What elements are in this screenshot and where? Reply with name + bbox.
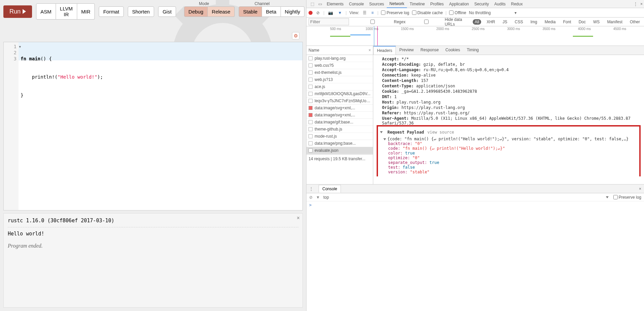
tab-console[interactable]: Console <box>346 0 367 8</box>
menu-icon[interactable]: ⋮ <box>634 2 638 6</box>
gist-button[interactable]: Gist <box>158 6 176 17</box>
tab-cookies[interactable]: Cookies <box>442 46 463 55</box>
tab-application[interactable]: Application <box>446 0 472 8</box>
nightly-button[interactable]: Nightly <box>281 6 305 17</box>
mir-button[interactable]: MIR <box>77 3 95 20</box>
output-text: Hello world! <box>8 231 298 237</box>
request-item[interactable]: web.js?13 <box>306 76 373 83</box>
request-payload: Request Payloadview source {code: "fn ma… <box>377 125 641 176</box>
filter-ws[interactable]: WS <box>591 19 602 25</box>
console-prompt[interactable]: > <box>306 201 644 209</box>
timeline-marker <box>377 26 378 46</box>
request-item[interactable]: play.rust-lang.org <box>306 55 373 62</box>
tab-redux[interactable]: Redux <box>508 0 525 8</box>
tab-profiles[interactable]: Profiles <box>428 0 446 8</box>
console-panel: ⋮ Console × ⊘ ▼ top Preserve log > <box>306 184 644 209</box>
tab-elements[interactable]: Elements <box>324 0 346 8</box>
request-item[interactable]: data:image/png;base... <box>306 140 373 147</box>
menu-icon[interactable]: ⋮ <box>306 187 316 191</box>
hide-data-urls-checkbox[interactable]: Hide data URLs <box>409 17 469 27</box>
request-item[interactable]: ext-themelist.js <box>306 69 373 76</box>
tab-timeline[interactable]: Timeline <box>407 0 428 8</box>
tab-sources[interactable]: Sources <box>367 0 387 8</box>
filter-img[interactable]: Img <box>528 19 539 25</box>
close-icon[interactable]: × <box>297 215 300 221</box>
settings-icon[interactable]: ⚙ <box>292 32 299 39</box>
view-list-icon[interactable]: ☰ <box>362 10 368 15</box>
chevron-down-icon[interactable] <box>383 138 386 140</box>
timeline-bar <box>330 36 350 37</box>
request-item[interactable]: web.css?5 <box>306 62 373 69</box>
tab-network[interactable]: Network <box>387 0 407 8</box>
stable-button[interactable]: Stable <box>239 6 262 17</box>
request-item[interactable]: theme-github.js <box>306 126 373 133</box>
request-list: Name× play.rust-lang.org web.css?5 ext-t… <box>306 46 373 184</box>
filter-xhr[interactable]: XHR <box>485 19 497 25</box>
asm-button[interactable]: ASM <box>36 3 56 20</box>
console-tab[interactable]: Console <box>319 185 341 193</box>
request-item[interactable]: mrl8jkM18OlOQN8JLgasD9V... <box>306 90 373 97</box>
close-icon[interactable]: × <box>369 48 371 53</box>
clear-icon[interactable]: ⊘ <box>309 195 313 200</box>
disable-cache-checkbox[interactable]: Disable cache <box>412 10 443 15</box>
record-icon[interactable] <box>309 11 313 15</box>
device-icon[interactable]: ▭ <box>318 2 322 6</box>
timeline[interactable]: 500 ms 1000 ms 1500 ms 2000 ms 2500 ms 3… <box>306 26 644 46</box>
filter-input[interactable] <box>309 18 349 25</box>
beta-button[interactable]: Beta <box>262 6 281 17</box>
throttle-select[interactable]: No throttling <box>469 10 491 15</box>
debug-button[interactable]: Debug <box>184 6 208 17</box>
preserve-log-checkbox[interactable]: Preserve log <box>381 10 409 15</box>
name-header: Name× <box>306 46 373 55</box>
format-button[interactable]: Format <box>99 6 124 17</box>
request-item[interactable]: data:image/gif;base... <box>306 119 373 126</box>
filter-css[interactable]: CSS <box>513 19 525 25</box>
run-button[interactable]: Run <box>3 5 32 18</box>
clear-icon[interactable]: ⊘ <box>315 10 321 15</box>
chevron-down-icon[interactable] <box>380 131 383 133</box>
view-label: View: <box>349 10 359 15</box>
timeline-bar <box>350 34 371 35</box>
close-icon[interactable]: × <box>636 187 644 191</box>
rustc-version: rustc 1.16.0 (30cf806ef 2017-03-10) <box>8 218 298 224</box>
detail-tabs: Headers Preview Response Cookies Timing <box>373 46 644 55</box>
context-select[interactable]: top <box>323 195 329 200</box>
view-source-link[interactable]: view source <box>427 130 454 135</box>
filter-js[interactable]: JS <box>501 19 509 25</box>
tab-headers[interactable]: Headers <box>373 46 396 55</box>
offline-checkbox[interactable]: Offline <box>449 10 466 15</box>
preserve-log-checkbox[interactable]: Preserve log <box>613 195 641 200</box>
filter-other[interactable]: Other <box>628 19 642 25</box>
request-item[interactable]: evaluate.json <box>306 147 373 154</box>
release-button[interactable]: Release <box>208 6 235 17</box>
chevron-down-icon[interactable] <box>606 196 609 198</box>
tab-preview[interactable]: Preview <box>396 46 417 55</box>
request-item[interactable]: leqv3v-yTsJNC7nFznSMqUo0... <box>306 97 373 105</box>
filter-icon[interactable]: ▼ <box>337 10 343 15</box>
filter-icon[interactable]: ▼ <box>316 195 320 200</box>
code-editor[interactable]: 123 ▾ fn main() { println!("Hello world!… <box>3 42 303 210</box>
tab-security[interactable]: Security <box>472 0 492 8</box>
filter-media[interactable]: Media <box>543 19 558 25</box>
tab-timing[interactable]: Timing <box>463 46 482 55</box>
filter-all[interactable]: All <box>473 19 481 25</box>
shorten-button[interactable]: Shorten <box>128 6 154 17</box>
llvmir-button[interactable]: LLVM IR <box>56 3 77 20</box>
request-item[interactable]: data:image/svg+xml,... <box>306 112 373 119</box>
program-ended: Program ended. <box>8 243 298 249</box>
camera-icon[interactable]: 📷 <box>327 10 334 15</box>
tab-response[interactable]: Response <box>417 46 442 55</box>
request-item[interactable]: ace.js <box>306 83 373 90</box>
inspect-icon[interactable]: ⬚ <box>311 2 314 6</box>
filter-doc[interactable]: Doc <box>577 19 588 25</box>
devtools-close-icon[interactable]: × <box>640 2 643 6</box>
request-item[interactable]: mode-rust.js <box>306 133 373 140</box>
code-content: fn main() { println!("Hello world!"); } <box>21 44 103 110</box>
view-large-icon[interactable]: ≡ <box>370 10 375 15</box>
dropdown-icon[interactable]: ▾ <box>514 10 518 15</box>
filter-font[interactable]: Font <box>561 19 573 25</box>
tab-audits[interactable]: Audits <box>492 0 508 8</box>
request-item[interactable]: data:image/svg+xml,... <box>306 105 373 112</box>
regex-checkbox[interactable]: Regex <box>352 20 406 24</box>
filter-manifest[interactable]: Manifest <box>605 19 624 25</box>
